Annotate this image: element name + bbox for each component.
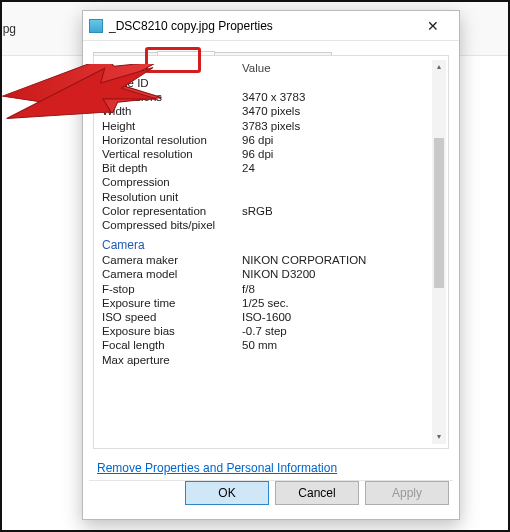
prop-bitdepth[interactable]: Bit depth24 xyxy=(102,161,430,175)
prop-vres[interactable]: Vertical resolution96 dpi xyxy=(102,147,430,161)
dialog-buttons: OK Cancel Apply xyxy=(185,481,449,511)
dialog-title: _DSC8210 copy.jpg Properties xyxy=(109,19,413,33)
scroll-down-icon[interactable]: ▾ xyxy=(432,430,446,444)
prop-maxap[interactable]: Max aperture xyxy=(102,352,430,366)
remove-properties-link-row: Remove Properties and Personal Informati… xyxy=(97,461,337,475)
prop-iso[interactable]: ISO speedISO-1600 xyxy=(102,310,430,324)
section-camera: Camera xyxy=(102,232,430,253)
property-grid[interactable]: Property Value Image ID Dimensions3470 x… xyxy=(102,60,430,444)
prop-camera-model[interactable]: Camera modelNIKON D3200 xyxy=(102,267,430,281)
properties-dialog: _DSC8210 copy.jpg Properties ✕ General D… xyxy=(82,10,460,520)
prop-fstop[interactable]: F-stopf/8 xyxy=(102,282,430,296)
file-type-icon xyxy=(89,19,103,33)
prop-focal[interactable]: Focal length50 mm xyxy=(102,338,430,352)
prop-camera-maker[interactable]: Camera makerNIKON CORPORATION xyxy=(102,253,430,267)
prop-cbp[interactable]: Compressed bits/pixel xyxy=(102,218,430,232)
ok-button[interactable]: OK xyxy=(185,481,269,505)
grid-header: Property Value xyxy=(102,60,430,76)
prop-image-id[interactable]: Image ID xyxy=(102,76,430,90)
prop-width[interactable]: Width3470 pixels xyxy=(102,104,430,118)
titlebar: _DSC8210 copy.jpg Properties ✕ xyxy=(83,11,459,41)
cancel-button[interactable]: Cancel xyxy=(275,481,359,505)
prop-bias[interactable]: Exposure bias-0.7 step xyxy=(102,324,430,338)
bg-filename: jpg xyxy=(0,22,16,36)
prop-compression[interactable]: Compression xyxy=(102,175,430,189)
details-content: Property Value Image ID Dimensions3470 x… xyxy=(93,55,449,449)
remove-properties-link[interactable]: Remove Properties and Personal Informati… xyxy=(97,461,337,475)
prop-height[interactable]: Height3783 pixels xyxy=(102,119,430,133)
prop-dimensions[interactable]: Dimensions3470 x 3783 xyxy=(102,90,430,104)
header-value: Value xyxy=(242,62,430,74)
scrollbar[interactable]: ▴ ▾ xyxy=(432,60,446,444)
prop-hres[interactable]: Horizontal resolution96 dpi xyxy=(102,133,430,147)
close-button[interactable]: ✕ xyxy=(413,12,453,40)
apply-button[interactable]: Apply xyxy=(365,481,449,505)
prop-colorrep[interactable]: Color representationsRGB xyxy=(102,204,430,218)
scroll-thumb[interactable] xyxy=(434,138,444,288)
header-property: Property xyxy=(102,62,242,74)
prop-resunit[interactable]: Resolution unit xyxy=(102,190,430,204)
scroll-up-icon[interactable]: ▴ xyxy=(432,60,446,74)
prop-exposure[interactable]: Exposure time1/25 sec. xyxy=(102,296,430,310)
